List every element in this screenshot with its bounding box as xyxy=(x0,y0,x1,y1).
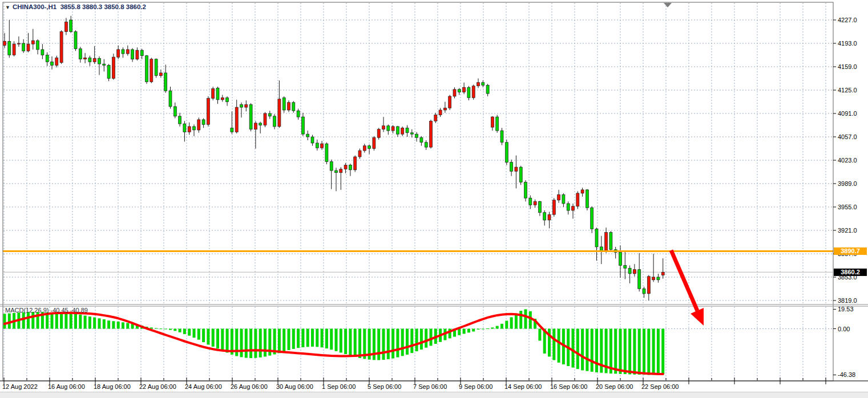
price-axis-label: 4057.0 xyxy=(838,133,857,140)
time-axis-label: 9 Sep 06:00 xyxy=(459,383,492,390)
time-axis-label: 20 Sep 06:00 xyxy=(596,383,633,390)
time-axis-label: 24 Aug 06:00 xyxy=(185,383,222,390)
macd-axis-label: -46.38 xyxy=(838,371,855,378)
orange-price-tag: 3890.7 xyxy=(834,247,867,255)
time-axis-label: 14 Sep 06:00 xyxy=(504,383,542,390)
price-axis-label: 4023.0 xyxy=(838,157,857,164)
price-axis-label: 3955.0 xyxy=(838,204,857,210)
time-axis-label: 30 Aug 06:00 xyxy=(276,383,313,390)
price-axis-label: 4193.0 xyxy=(838,40,857,47)
macd-histogram xyxy=(3,309,665,375)
time-axis-label: 1 Sep 06:00 xyxy=(322,383,356,390)
price-axis-label: 3989.0 xyxy=(838,180,857,187)
time-axis-label: 5 Sep 06:00 xyxy=(368,383,401,390)
time-axis-label: 16 Sep 06:00 xyxy=(550,383,587,390)
chart-shift-marker[interactable] xyxy=(664,3,672,7)
price-axis-label: 4125.0 xyxy=(838,87,857,94)
chart-title: ▼CHINA300-,H1 3855.8 3880.3 3850.8 3860.… xyxy=(5,3,146,10)
chart-symbol-period: CHINA300-,H1 xyxy=(13,3,56,10)
price-axis-label: 4159.0 xyxy=(838,63,857,70)
time-axis-label: 18 Aug 06:00 xyxy=(94,383,131,390)
mt4-chart-window: ▼CHINA300-,H1 3855.8 3880.3 3850.8 3860.… xyxy=(0,0,868,398)
price-axis-label: 3921.0 xyxy=(838,227,857,234)
macd-axis-label: 0.00 xyxy=(838,326,850,332)
time-axis-label: 26 Aug 06:00 xyxy=(231,383,268,390)
macd-indicator-label: MACD(12,26,9) -40.45 -40.89 xyxy=(5,307,88,314)
price-axis-label: 4227.0 xyxy=(838,17,857,23)
trend-arrow-annotation[interactable] xyxy=(671,250,704,326)
time-axis-label: 16 Aug 06:00 xyxy=(48,383,85,390)
price-axis-label: 4091.0 xyxy=(838,110,857,117)
chart-canvas[interactable] xyxy=(0,0,868,398)
time-axis-label: 12 Aug 2022 xyxy=(2,383,38,390)
bottom-strip xyxy=(0,392,868,398)
macd-axis-label: 19.53 xyxy=(838,306,854,312)
chart-ohlc-values: 3855.8 3880.3 3850.8 3860.2 xyxy=(60,3,146,10)
time-axis-label: 7 Sep 06:00 xyxy=(413,383,447,390)
symbol-dropdown-icon[interactable]: ▼ xyxy=(5,5,10,10)
candles-layer xyxy=(3,16,665,300)
time-axis-label: 22 Sep 06:00 xyxy=(641,383,679,390)
price-axis-label: 3819.0 xyxy=(838,297,857,304)
current-price-tag: 3860.2 xyxy=(834,269,867,276)
time-axis-label: 22 Aug 06:00 xyxy=(139,383,176,390)
